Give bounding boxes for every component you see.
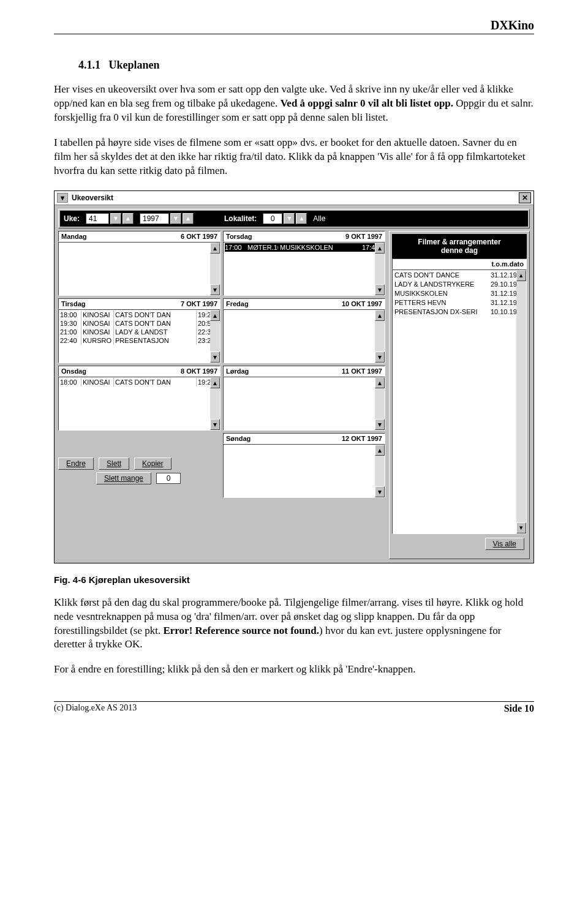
slett-button[interactable]: Slett <box>99 457 129 470</box>
system-menu-icon[interactable]: ▾ <box>57 193 68 203</box>
section-number: 4.1.1 <box>78 59 100 71</box>
footer-right: Side 10 <box>504 703 534 714</box>
film-item[interactable]: CATS DON'T DANCE31.12.1997 <box>394 271 524 280</box>
film-column-header: t.o.m.dato <box>392 258 527 269</box>
film-item[interactable]: LADY & LANDSTRYKERE29.10.1997 <box>394 280 524 289</box>
paragraph-1: Her vises en ukeoversikt over hva som er… <box>54 83 534 125</box>
kopier-button[interactable]: Kopier <box>134 457 172 470</box>
section-title: Ukeplanen <box>109 59 160 71</box>
paragraph-2: I tabellen på høyre side vises de filmen… <box>54 136 534 178</box>
lokalitet-label: Lokalitet: <box>224 214 257 223</box>
bottom-button-row: Endre Slett Kopier Slett mange 0 <box>58 457 221 484</box>
scroll-down-icon[interactable]: ▾ <box>210 284 220 295</box>
day-header: Mandag6 OKT 1997 <box>58 231 221 242</box>
film-item[interactable]: PRESENTASJON DX-SERI10.10.1997 <box>394 307 524 317</box>
list-item[interactable]: 18:00KINOSAICATS DON'T DAN19:27 <box>60 378 219 386</box>
uke-down-button[interactable]: ▼ <box>110 213 121 224</box>
endre-button[interactable]: Endre <box>58 457 94 470</box>
film-heading: Filmer & arrangementer denne dag <box>392 234 527 258</box>
paragraph-3: Klikk først på den dag du skal programme… <box>54 596 534 652</box>
section-heading: 4.1.1 Ukeplanen <box>78 59 534 72</box>
day-torsdag[interactable]: Torsdag9 OKT 1997 17:00MØTER.101MUSIKKSK… <box>223 231 385 296</box>
footer-left: (c) Dialog.eXe AS 2013 <box>54 703 137 714</box>
lokalitet-up-button[interactable]: ▲ <box>296 213 307 224</box>
film-list[interactable]: CATS DON'T DANCE31.12.1997LADY & LANDSTR… <box>393 270 526 317</box>
day-header: Torsdag9 OKT 1997 <box>223 231 385 242</box>
list-item[interactable]: 22:40KURSROPRESENTASJON23:20 <box>60 336 219 345</box>
film-item[interactable]: MUSIKKSKOLEN31.12.1997 <box>394 289 524 298</box>
figure-caption: Fig. 4-6 Kjøreplan ukesoversikt <box>54 574 534 585</box>
alle-label: Alle <box>313 214 325 223</box>
film-panel: Filmer & arrangementer denne dag t.o.m.d… <box>389 231 530 559</box>
list-item[interactable]: 19:30KINOSAICATS DON'T DAN20:57 <box>60 319 219 328</box>
day-onsdag[interactable]: Onsdag8 OKT 1997 18:00KINOSAICATS DON'T … <box>58 366 221 431</box>
ukeoversikt-window: ▾ Ukeoversikt ✕ Uke: 41 ▼ ▲ 1997 ▼ ▲ <box>54 190 534 563</box>
scroll-up-icon[interactable]: ▴ <box>516 270 526 281</box>
doc-header: DXKino <box>54 18 534 34</box>
slett-mange-count: 0 <box>156 473 181 484</box>
week-toolbar: Uke: 41 ▼ ▲ 1997 ▼ ▲ Lokalitet: 0 ▼ ▲ <box>60 211 528 227</box>
day-sondag[interactable]: Søndag12 OKT 1997 ▴▾ <box>223 433 385 498</box>
close-icon[interactable]: ✕ <box>519 192 531 203</box>
year-up-button[interactable]: ▲ <box>183 213 194 224</box>
window-titlebar: ▾ Ukeoversikt ✕ <box>55 191 533 205</box>
paragraph-4: For å endre en forestilling; klikk på de… <box>54 663 534 677</box>
page-footer: (c) Dialog.eXe AS 2013 Side 10 <box>54 701 534 714</box>
list-item[interactable]: 21:00KINOSAILADY & LANDST22:39 <box>60 328 219 336</box>
year-input[interactable]: 1997 <box>140 213 169 224</box>
lokalitet-input[interactable]: 0 <box>263 213 282 224</box>
uke-up-button[interactable]: ▲ <box>123 213 134 224</box>
list-item[interactable]: 18:00KINOSAICATS DON'T DAN19:27 <box>60 311 219 319</box>
vis-alle-button[interactable]: Vis alle <box>485 538 524 550</box>
list-item[interactable]: 17:00MØTER.101MUSIKKSKOLEN17:4 <box>225 243 383 252</box>
scroll-up-icon[interactable]: ▴ <box>210 243 220 254</box>
film-item[interactable]: PETTERS HEVN31.12.1997 <box>394 298 524 307</box>
uke-label: Uke: <box>64 214 80 223</box>
scroll-down-icon[interactable]: ▾ <box>516 522 526 533</box>
slett-mange-button[interactable]: Slett mange <box>96 472 151 484</box>
uke-input[interactable]: 41 <box>86 213 109 224</box>
lokalitet-down-button[interactable]: ▼ <box>284 213 295 224</box>
year-down-button[interactable]: ▼ <box>170 213 181 224</box>
day-mandag[interactable]: Mandag6 OKT 1997 ▴▾ <box>58 231 221 296</box>
day-tirsdag[interactable]: Tirsdag7 OKT 1997 18:00KINOSAICATS DON'T… <box>58 298 221 363</box>
day-fredag[interactable]: Fredag10 OKT 1997 ▴▾ <box>223 298 385 363</box>
day-lordag[interactable]: Lørdag11 OKT 1997 ▴▾ <box>223 366 385 431</box>
window-title: Ukeoversikt <box>72 194 515 202</box>
